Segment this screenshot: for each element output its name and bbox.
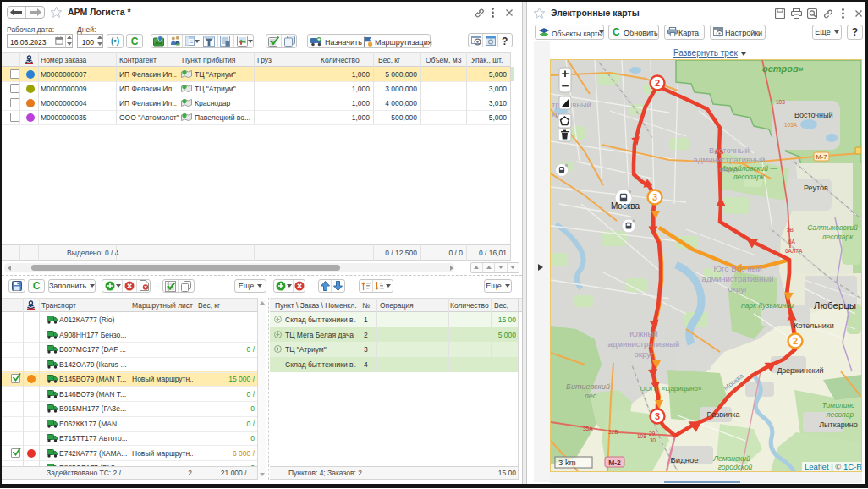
svg-text:2: 2 xyxy=(655,78,660,88)
svg-text:Леманский: Леманский xyxy=(712,454,750,463)
svg-text:городской: городской xyxy=(718,463,753,471)
svg-text:административный: административный xyxy=(702,274,774,283)
svg-text:Измайловский —: Измайловский — xyxy=(720,164,777,173)
svg-text:административный: административный xyxy=(608,339,680,349)
svg-text:Восточный: Восточный xyxy=(794,111,833,119)
svg-text:Битцевский: Битцевский xyxy=(566,382,610,391)
svg-text:Лыткарино: Лыткарино xyxy=(819,420,858,429)
svg-text:лес: лес xyxy=(584,392,597,400)
svg-text:М-2: М-2 xyxy=(608,459,621,467)
svg-text:административный: административный xyxy=(694,155,766,164)
svg-text:3: 3 xyxy=(652,192,657,202)
svg-text:5В: 5В xyxy=(787,227,794,233)
svg-text:2: 2 xyxy=(793,336,798,346)
svg-text:Видное: Видное xyxy=(671,455,699,464)
svg-text:Дзержинский: Дзержинский xyxy=(777,366,824,375)
svg-text:6АЛ7А: 6АЛ7А xyxy=(785,248,803,254)
svg-text:103: 103 xyxy=(776,99,785,105)
svg-text:Развилка: Развилка xyxy=(707,410,740,419)
svg-text:округ: округ xyxy=(635,349,654,359)
svg-text:3 km: 3 km xyxy=(558,458,576,467)
svg-text:Реутов: Реутов xyxy=(804,184,828,192)
svg-text:лесопарк: лесопарк xyxy=(733,173,766,181)
svg-text:Юго Вос ный: Юго Вос ный xyxy=(713,264,761,273)
svg-text:Восточный: Восточный xyxy=(709,146,750,155)
svg-text:Люберцы: Люберцы xyxy=(814,300,856,310)
svg-text:35А: 35А xyxy=(583,426,593,431)
svg-text:105А: 105А xyxy=(784,122,798,128)
svg-text:лесопар: лесопар xyxy=(826,410,854,419)
svg-text:32В: 32В xyxy=(608,429,618,435)
svg-text:остров»: остров» xyxy=(762,63,804,74)
svg-text:29,: 29, xyxy=(649,431,656,437)
svg-text:Leaflet | © 1C-RARUS: Leaflet | © 1C-RARUS xyxy=(805,462,862,471)
svg-text:Москва: Москва xyxy=(611,201,640,211)
svg-text:30: 30 xyxy=(650,437,656,443)
svg-text:108: 108 xyxy=(637,433,646,439)
svg-text:3: 3 xyxy=(655,411,660,421)
svg-text:6А: 6А xyxy=(788,239,796,244)
svg-text:М-7: М-7 xyxy=(816,153,827,161)
svg-text:Котельники: Котельники xyxy=(794,321,834,330)
svg-text:лесопарк: лесопарк xyxy=(821,233,854,241)
svg-text:Томилинс: Томилинс xyxy=(822,401,855,409)
svg-text:округ: округ xyxy=(728,284,748,294)
svg-text:Салтыковский: Салтыковский xyxy=(807,223,858,232)
svg-text:парк Кузьминки: парк Кузьминки xyxy=(741,301,794,310)
svg-text:ООПТ «Царицыно»: ООПТ «Царицыно» xyxy=(640,385,702,393)
svg-text:Южный: Южный xyxy=(629,329,657,338)
